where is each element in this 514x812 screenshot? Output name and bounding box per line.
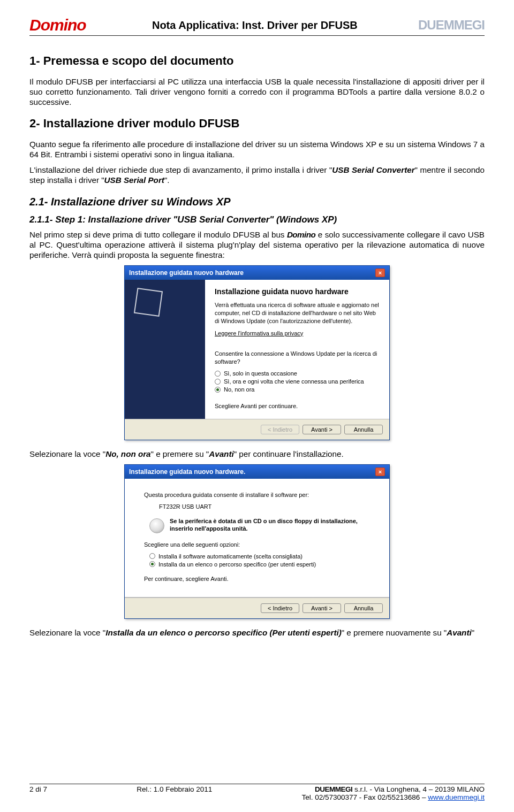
domino-logo: Domino xyxy=(29,16,86,34)
close-icon[interactable]: × xyxy=(375,269,385,277)
cancel-button[interactable]: Annulla xyxy=(344,425,383,434)
radio-label: Sì, solo in questa occasione xyxy=(224,370,297,377)
highlight-avanti: Avanti xyxy=(447,628,471,637)
radio-icon xyxy=(215,379,221,385)
wizard-button-row: < Indietro Avanti > Annulla xyxy=(125,597,389,618)
cd-hint-text: Se la periferica è dotata di un CD o un … xyxy=(170,517,370,533)
header-title: Nota Applicativa: Inst. Driver per DFUSB xyxy=(92,19,418,32)
driver-name-2: USB Serial Port xyxy=(104,175,164,185)
page-footer: 2 di 7 Rel.: 1.0 Febbraio 2011 DUEMMEGI … xyxy=(29,784,485,801)
footer-release: Rel.: 1.0 Febbraio 2011 xyxy=(137,785,212,793)
text-span: " e premere su " xyxy=(151,449,209,458)
cd-icon xyxy=(149,518,164,533)
highlight-avanti: Avanti xyxy=(209,449,233,458)
section-2-1-heading: 2.1- Installazione driver su Windows XP xyxy=(29,196,485,208)
wizard-caption: Installazione guidata nuovo hardware. xyxy=(129,468,245,476)
wizard-window-1: Installazione guidata nuovo hardware × I… xyxy=(124,265,390,440)
text-span: ". xyxy=(164,175,170,185)
instruction-after-wizard-1: Selezionare la voce "No, non ora" e prem… xyxy=(29,449,485,459)
domino-inline: Domino xyxy=(287,230,316,239)
radio-option-no[interactable]: No, non ora xyxy=(215,386,380,393)
text-span: " per continuare l'installazione. xyxy=(234,449,344,458)
text-span: " xyxy=(472,628,474,637)
radio-icon xyxy=(215,371,221,377)
footer-tel: Tel. 02/57300377 - Fax 02/55213686 – xyxy=(302,793,428,801)
section-1-heading: 1- Premessa e scopo del documento xyxy=(29,54,485,68)
text-span: Selezionare la voce " xyxy=(29,449,105,458)
footer-address: s.r.l. - Via Longhena, 4 – 20139 MILANO xyxy=(352,785,485,793)
wizard-titlebar: Installazione guidata nuovo hardware. × xyxy=(125,465,389,479)
wizard-side-graphic xyxy=(125,280,205,419)
wizard-continue-hint: Per continuare, scegliere Avanti. xyxy=(144,575,370,583)
radio-option-specific[interactable]: Installa da un elenco o percorso specifi… xyxy=(149,561,370,568)
duemmegi-inline-logo: DUEMMEGI xyxy=(315,785,352,793)
radio-label: No, non ora xyxy=(224,386,254,393)
text-span: L'installazione del driver richiede due … xyxy=(29,165,332,174)
privacy-link[interactable]: Leggere l'informativa sulla privacy xyxy=(215,330,303,338)
radio-label: Sì, ora e ogni volta che viene connessa … xyxy=(224,378,364,385)
radio-option-auto[interactable]: Installa il software automaticamente (sc… xyxy=(149,553,370,560)
text-span: Nel primo step si deve prima di tutto co… xyxy=(29,230,287,239)
section-2-heading: 2- Installazione driver modulo DFUSB xyxy=(29,117,485,131)
footer-company-info: DUEMMEGI s.r.l. - Via Longhena, 4 – 2013… xyxy=(302,785,485,801)
close-icon[interactable]: × xyxy=(375,468,385,476)
radio-option-yes-once[interactable]: Sì, solo in questa occasione xyxy=(215,370,380,377)
back-button: < Indietro xyxy=(261,425,299,434)
section-2-paragraph-2: L'installazione del driver richiede due … xyxy=(29,165,485,185)
next-button[interactable]: Avanti > xyxy=(303,425,341,434)
text-span: " e premere nuovamente su " xyxy=(342,628,447,637)
wizard-titlebar: Installazione guidata nuovo hardware × xyxy=(125,266,389,280)
section-1-paragraph: Il modulo DFUSB per interfacciarsi al PC… xyxy=(29,76,485,107)
choose-label: Scegliere una delle seguenti opzioni: xyxy=(144,541,370,549)
wizard-caption: Installazione guidata nuovo hardware xyxy=(129,269,244,277)
cancel-button[interactable]: Annulla xyxy=(344,603,383,613)
duemmegi-logo: DUEMMEGI xyxy=(418,18,485,33)
highlight-installa-specifico: Installa da un elenco o percorso specifi… xyxy=(105,628,342,637)
wizard-question: Consentire la connessione a Windows Upda… xyxy=(215,350,380,366)
device-name: FT232R USB UART xyxy=(159,503,370,510)
radio-icon xyxy=(149,561,155,567)
driver-name-1: USB Serial Converter xyxy=(332,165,414,174)
radio-icon xyxy=(149,553,155,559)
radio-label: Installa da un elenco o percorso specifi… xyxy=(158,561,316,568)
radio-label: Installa il software automaticamente (sc… xyxy=(158,553,303,560)
text-span: Selezionare la voce " xyxy=(29,628,105,637)
wizard-description: Verrà effettuata una ricerca di software… xyxy=(215,301,380,325)
section-2-paragraph-1: Quanto segue fa riferimento alle procedu… xyxy=(29,139,485,159)
cd-hint-row: Se la periferica è dotata di un CD o un … xyxy=(149,517,370,533)
wizard-continue-hint: Scegliere Avanti per continuare. xyxy=(215,402,380,410)
radio-option-yes-always[interactable]: Sì, ora e ogni volta che viene connessa … xyxy=(215,378,380,385)
wizard-heading: Installazione guidata nuovo hardware xyxy=(215,287,380,296)
wizard-window-2: Installazione guidata nuovo hardware. × … xyxy=(124,464,390,619)
instruction-after-wizard-2: Selezionare la voce "Installa da un elen… xyxy=(29,627,485,638)
page-header: Domino Nota Applicativa: Inst. Driver pe… xyxy=(29,16,485,36)
radio-icon xyxy=(215,387,221,393)
footer-url-link[interactable]: www.duemmegi.it xyxy=(428,793,485,801)
wizard-banner: Questa procedura guidata consente di ins… xyxy=(125,479,389,597)
next-button[interactable]: Avanti > xyxy=(303,603,341,613)
highlight-no-non-ora: No, non ora xyxy=(105,449,150,458)
section-2-1-1-heading: 2.1.1- Step 1: Installazione driver "USB… xyxy=(29,215,485,225)
wizard-button-row: < Indietro Avanti > Annulla xyxy=(125,419,389,440)
back-button[interactable]: < Indietro xyxy=(261,603,299,613)
section-2-1-1-paragraph: Nel primo step si deve prima di tutto co… xyxy=(29,229,485,260)
wizard-banner-text: Questa procedura guidata consente di ins… xyxy=(144,492,370,498)
footer-page-number: 2 di 7 xyxy=(29,785,47,793)
